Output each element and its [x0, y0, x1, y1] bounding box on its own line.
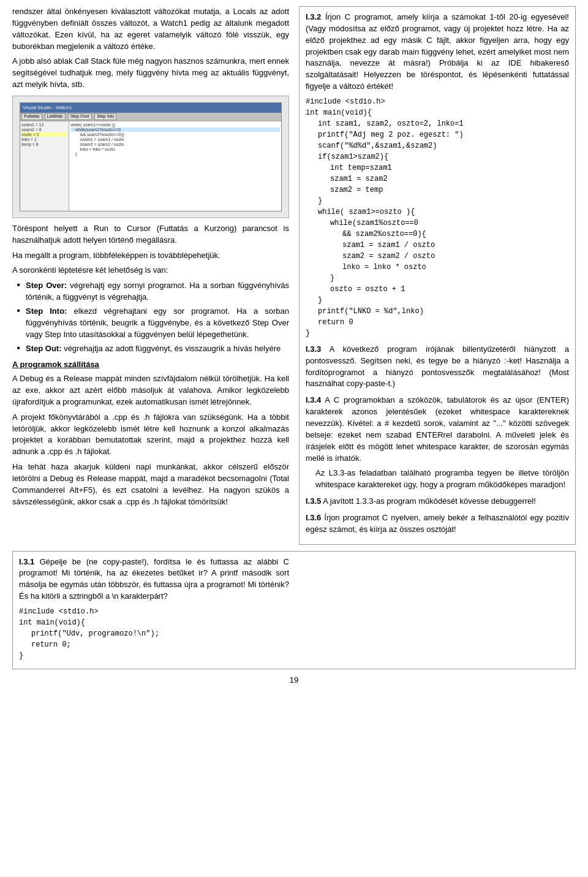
right-l32-body: Írjon C programot, amely kiírja a számok…	[306, 12, 569, 91]
code-line-8: szam1 = szam2	[330, 173, 569, 184]
code-line-13: && szam2%oszto==0){	[342, 229, 569, 240]
screenshot-inner: Visual Studio - Watch1 Futtatás Leállítá…	[20, 102, 282, 211]
code-line-5: scanf("%d%d",&szam1,&szam2)	[318, 140, 569, 151]
step-into-item: Step Into: elkezd végrehajtani egy sor p…	[17, 306, 289, 341]
right-l35-label: I.3.5	[306, 496, 321, 506]
ss-code-line7: }	[70, 152, 280, 156]
left-para5: A Debug és a Release mappát minden szívf…	[12, 373, 289, 408]
code-line-16: lnko = lnko * oszto	[342, 262, 569, 273]
ss-sidebar-line3: oszto = 2	[21, 132, 67, 137]
ss-code-line6: lnko = lnko * oszto	[70, 147, 280, 151]
code-line-15: szam2 = szam2 / oszto	[342, 251, 569, 262]
ss-code-line5: szam2 = szam2 / oszto	[70, 142, 280, 146]
toolbar-btn-1[interactable]: Futtatás	[21, 113, 42, 120]
step-out-label: Step Out:	[26, 344, 62, 353]
code-line-1: #include <stdio.h>	[306, 96, 569, 107]
right-l36-body: Írjon programot C nyelven, amely bekér a…	[306, 513, 569, 534]
code-line-6: if(szam1>szam2){	[318, 151, 569, 162]
ss-sidebar: szam1 = 12 szam2 = 8 oszto = 2 lnko = 1 …	[20, 121, 69, 211]
para-two-options: A soronkénti léptetésre két lehetőség is…	[12, 265, 289, 276]
right-l33-text: I.3.3 A következő program írójának bille…	[306, 344, 569, 390]
code-line-2: int main(void){	[306, 107, 569, 118]
code-line-22: }	[306, 328, 569, 339]
left-para2: A jobb alsó ablak Call Stack füle még na…	[12, 56, 289, 91]
right-l35-text: I.3.5 A javított 1.3.3-as program működé…	[306, 496, 569, 507]
para-stop: Ha megállt a program, többféleképpen is …	[12, 250, 289, 262]
ss-main: while( szam1>=oszto ){ while(szam1%oszto…	[69, 121, 281, 211]
code-line-14: szam1 = szam1 / oszto	[342, 240, 569, 251]
left-para6: A projekt főkönyvtárából a .cpp és .h fá…	[12, 412, 289, 458]
step-into-label: Step Into:	[26, 306, 67, 316]
bottom-l31-text: I.3.1 Gépelje be (ne copy-paste!), fordí…	[19, 556, 289, 602]
screenshot-title: Visual Studio - Watch1	[23, 105, 72, 110]
screenshot-toolbar: Futtatás Leállítás Step Over Step Into	[20, 113, 281, 121]
code-line-18: oszto = oszto + 1	[330, 284, 569, 295]
page-number: 19	[12, 675, 576, 685]
right-l32-text: I.3.2 Írjon C programot, amely kiírja a …	[306, 12, 569, 93]
toolbar-btn-4[interactable]: Step Into	[94, 113, 116, 120]
code-line-7: int temp=szam1	[330, 162, 569, 173]
section-shipping-title: A programok szállítása	[12, 359, 289, 371]
left-para1: rendszer által önkényesen kiválasztott v…	[12, 6, 289, 52]
bottom-code-line5: }	[19, 650, 289, 661]
bottom-code-line2: int main(void){	[19, 617, 289, 628]
bottom-code-line3: printf("Udv, programozo!\n");	[31, 628, 289, 639]
step-over-item: Step Over: végrehajtj egy sornyi program…	[17, 280, 289, 303]
bottom-two-col: I.3.1 Gépelje be (ne copy-paste!), fordí…	[19, 556, 569, 664]
bottom-code-line1: #include <stdio.h>	[19, 606, 289, 617]
right-l34-body: A C programokban a szóközök, tabulátorok…	[306, 395, 569, 462]
right-l32-label: I.3.2	[306, 12, 321, 21]
bottom-l31-body: Gépelje be (ne copy-paste!), fordítsa le…	[19, 557, 289, 601]
right-column: I.3.2 Írjon C programot, amely kiírja a …	[299, 6, 576, 545]
bottom-col-left: I.3.1 Gépelje be (ne copy-paste!), fordí…	[19, 556, 289, 664]
left-para7: Ha tehát haza akarjuk küldeni napi munká…	[12, 461, 289, 507]
screenshot-split: szam1 = 12 szam2 = 8 oszto = 2 lnko = 1 …	[20, 121, 281, 211]
ss-sidebar-line4: lnko = 1	[21, 137, 67, 142]
right-l34-text2: Az L3.3-as feladatban található programb…	[315, 468, 569, 491]
ss-sidebar-line2: szam2 = 8	[21, 127, 67, 132]
toolbar-btn-2[interactable]: Leállítás	[45, 113, 66, 120]
ss-sidebar-line1: szam1 = 12	[21, 123, 67, 127]
right-l33-label: I.3.3	[306, 344, 321, 354]
right-l36-label: I.3.6	[306, 513, 321, 522]
code-line-11: while( szam1>=oszto ){	[318, 207, 569, 218]
ss-code-line3: && szam2%oszto==0){	[70, 132, 280, 137]
right-l35-body: A javított 1.3.3-as program működését kö…	[323, 496, 536, 506]
step-over-label: Step Over:	[26, 281, 67, 290]
bottom-section: I.3.1 Gépelje be (ne copy-paste!), fordí…	[12, 551, 576, 669]
page-container: rendszer által önkényesen kiválasztott v…	[0, 0, 588, 877]
ss-code-line4: szam1 = szam1 / oszto	[70, 137, 280, 142]
code-line-17: }	[330, 273, 569, 284]
toolbar-btn-3[interactable]: Step Over	[68, 113, 92, 120]
step-list: Step Over: végrehajtj egy sornyi program…	[17, 280, 289, 354]
screenshot-box: Visual Studio - Watch1 Futtatás Leállítá…	[12, 96, 289, 218]
code-line-21: return 0	[318, 317, 569, 328]
right-code-block: #include <stdio.h> int main(void){ int s…	[306, 96, 569, 339]
code-line-4: printf("Adj meg 2 poz. egeszt: ")	[318, 129, 569, 140]
ss-code-line2: while(szam1%oszto==0	[70, 127, 280, 132]
code-line-9: szam2 = temp	[330, 184, 569, 196]
bottom-code-block: #include <stdio.h> int main(void){ print…	[19, 606, 289, 661]
step-out-text: végrehajtja az adott függvényt, és vissz…	[64, 344, 281, 353]
ss-code-line1: while( szam1>=oszto ){	[70, 123, 280, 127]
code-line-3: int szam1, szam2, oszto=2, lnko=1	[318, 118, 569, 129]
screenshot-titlebar: Visual Studio - Watch1	[20, 103, 281, 113]
code-line-20: printf("LNKO = %d",lnko)	[318, 306, 569, 317]
step-out-item: Step Out: végrehajtja az adott függvényt…	[17, 343, 289, 355]
right-l34-label: I.3.4	[306, 395, 321, 404]
ss-sidebar-line5: temp = 8	[21, 142, 67, 146]
code-line-10: }	[318, 196, 569, 207]
code-line-19: }	[318, 295, 569, 306]
right-l33-body: A következő program írójának billentyűze…	[306, 344, 569, 389]
right-l34-text: I.3.4 A C programokban a szóközök, tabul…	[306, 395, 569, 464]
code-line-12: while(szam1%oszto==0	[330, 218, 569, 229]
main-two-col: rendszer által önkényesen kiválasztott v…	[12, 6, 576, 545]
left-column: rendszer által önkényesen kiválasztott v…	[12, 6, 289, 545]
bottom-col-right	[299, 556, 569, 664]
bottom-l31-label: I.3.1	[19, 557, 34, 566]
bottom-code-line4: return 0;	[31, 639, 289, 650]
para-breakpoint: Töréspont helyett a Run to Cursor (Futta…	[12, 223, 289, 246]
right-l36-text: I.3.6 Írjon programot C nyelven, amely b…	[306, 512, 569, 536]
